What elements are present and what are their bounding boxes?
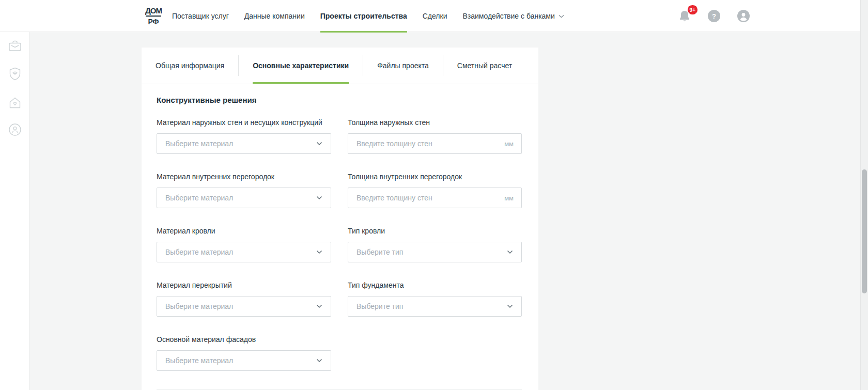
sidebar-item-portfolio[interactable] xyxy=(7,38,23,54)
scrollbar-track[interactable] xyxy=(860,0,868,390)
left-icon-sidebar xyxy=(0,32,29,390)
sidebar-item-support[interactable] xyxy=(7,122,23,137)
form-row: Материал перекрытий Выберите материал Ти… xyxy=(157,281,522,317)
field-label: Материал кровли xyxy=(157,227,331,235)
tab-main-characteristics[interactable]: Основные характеристики xyxy=(239,48,363,84)
nav-item-company-data[interactable]: Данные компании xyxy=(244,0,305,32)
nav-item-bank-interaction[interactable]: Взаимодействие с банками xyxy=(462,0,564,32)
outer-walls-material-select[interactable]: Выберите материал xyxy=(157,133,331,154)
form-row: Материал кровли Выберите материал Тип кр… xyxy=(157,227,522,262)
select-placeholder: Выберите тип xyxy=(357,302,403,310)
nav-item-service-provider[interactable]: Поставщик услуг xyxy=(172,0,229,32)
roof-type-select[interactable]: Выберите тип xyxy=(348,242,522,262)
field-label: Тип фундамента xyxy=(348,281,522,289)
nav-item-deals[interactable]: Сделки xyxy=(423,0,447,32)
project-tabs: Общая информация Основные характеристики… xyxy=(142,48,538,84)
select-placeholder: Выберите материал xyxy=(165,139,233,148)
form-row: Материал внутренних перегородок Выберите… xyxy=(157,173,522,208)
chevron-down-icon xyxy=(507,250,513,254)
inner-partitions-material-select[interactable]: Выберите материал xyxy=(157,188,331,208)
select-placeholder: Выберите материал xyxy=(165,302,233,310)
nav-item-construction-projects[interactable]: Проекты строительства xyxy=(320,0,407,32)
field-label: Толщина внутренних перегородок xyxy=(348,173,522,181)
roof-material-select[interactable]: Выберите материал xyxy=(157,242,331,262)
project-details-card: Общая информация Основные характеристики… xyxy=(142,48,538,390)
scrollbar-thumb[interactable] xyxy=(862,169,867,293)
main-nav: Поставщик услуг Данные компании Проекты … xyxy=(172,0,564,32)
tab-cost-estimate[interactable]: Сметный расчет xyxy=(443,48,526,84)
field-label: Основной материал фасадов xyxy=(157,335,331,344)
page: ДОМ РФ Поставщик услуг Данные компании П… xyxy=(0,0,868,390)
question-icon: ? xyxy=(708,10,720,22)
sidebar-item-housing[interactable] xyxy=(7,95,23,111)
svg-text:РФ: РФ xyxy=(148,18,159,26)
notification-badge: 9+ xyxy=(687,5,698,15)
sidebar-item-guarantees[interactable] xyxy=(7,66,23,82)
field-label: Материал наружных стен и несущих констру… xyxy=(157,118,331,127)
domrf-logo-icon[interactable]: ДОМ РФ xyxy=(143,5,164,27)
svg-text:?: ? xyxy=(712,12,716,20)
field-label: Материал внутренних перегородок xyxy=(157,173,331,181)
help-button[interactable]: ? xyxy=(707,9,721,23)
field-label: Тип кровли xyxy=(348,227,522,235)
select-placeholder: Выберите материал xyxy=(165,248,233,256)
floor-slabs-material-select[interactable]: Выберите материал xyxy=(157,296,331,317)
chevron-down-icon xyxy=(316,142,322,146)
chevron-down-icon xyxy=(316,196,322,200)
profile-button[interactable] xyxy=(737,9,750,23)
chevron-down-icon xyxy=(559,14,564,18)
shield-icon xyxy=(7,66,23,82)
chevron-down-icon xyxy=(507,304,513,308)
section-title: Конструктивные решения xyxy=(157,96,522,105)
select-placeholder: Выберите материал xyxy=(165,194,233,202)
tab-project-files[interactable]: Файлы проекта xyxy=(363,48,443,84)
inner-partitions-thickness-input[interactable] xyxy=(348,188,522,208)
outer-walls-thickness-input[interactable] xyxy=(348,133,522,154)
foundation-type-select[interactable]: Выберите тип xyxy=(348,296,522,317)
chevron-down-icon xyxy=(316,358,322,363)
select-placeholder: Выберите материал xyxy=(165,356,233,365)
chevron-down-icon xyxy=(316,250,322,254)
nav-item-label: Взаимодействие с банками xyxy=(462,12,554,20)
field-label: Толщина наружных стен xyxy=(348,118,522,127)
house-heart-icon xyxy=(7,95,23,111)
facade-material-select[interactable]: Выберите материал xyxy=(157,350,331,371)
field-label: Материал перекрытий xyxy=(157,281,331,289)
person-circle-icon xyxy=(7,122,23,137)
briefcase-icon xyxy=(7,38,23,54)
tab-general-info[interactable]: Общая информация xyxy=(142,48,238,84)
top-navigation-bar: ДОМ РФ Поставщик услуг Данные компании П… xyxy=(0,0,868,32)
svg-text:ДОМ: ДОМ xyxy=(145,6,162,15)
select-placeholder: Выберите тип xyxy=(357,248,403,256)
form-row: Материал наружных стен и несущих констру… xyxy=(157,118,522,154)
notifications-bell-button[interactable]: 9+ xyxy=(678,9,691,23)
user-avatar-icon xyxy=(737,10,750,22)
characteristics-form: Конструктивные решения Материал наружных… xyxy=(142,84,538,390)
chevron-down-icon xyxy=(316,304,322,308)
form-row: Основной материал фасадов Выберите матер… xyxy=(157,335,522,371)
